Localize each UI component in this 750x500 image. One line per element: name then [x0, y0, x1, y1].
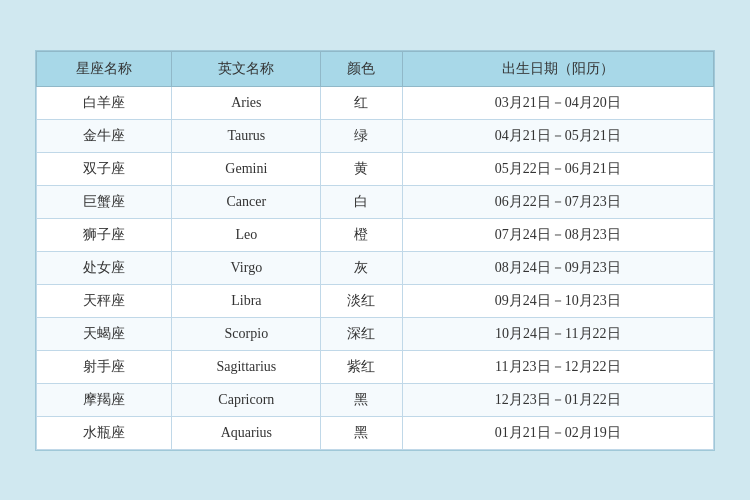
table-row: 狮子座Leo橙07月24日－08月23日 [37, 218, 714, 251]
header-date: 出生日期（阳历） [402, 51, 713, 86]
cell-date: 08月24日－09月23日 [402, 251, 713, 284]
cell-date: 01月21日－02月19日 [402, 416, 713, 449]
cell-color: 淡红 [321, 284, 402, 317]
cell-color: 深红 [321, 317, 402, 350]
cell-date: 04月21日－05月21日 [402, 119, 713, 152]
cell-date: 03月21日－04月20日 [402, 86, 713, 119]
cell-color: 绿 [321, 119, 402, 152]
cell-english: Cancer [172, 185, 321, 218]
table-row: 双子座Gemini黄05月22日－06月21日 [37, 152, 714, 185]
cell-english: Sagittarius [172, 350, 321, 383]
cell-color: 灰 [321, 251, 402, 284]
cell-color: 黑 [321, 383, 402, 416]
header-english: 英文名称 [172, 51, 321, 86]
cell-chinese: 白羊座 [37, 86, 172, 119]
cell-english: Scorpio [172, 317, 321, 350]
cell-chinese: 天蝎座 [37, 317, 172, 350]
cell-chinese: 摩羯座 [37, 383, 172, 416]
cell-english: Aquarius [172, 416, 321, 449]
cell-color: 橙 [321, 218, 402, 251]
cell-color: 黄 [321, 152, 402, 185]
table-row: 巨蟹座Cancer白06月22日－07月23日 [37, 185, 714, 218]
cell-chinese: 金牛座 [37, 119, 172, 152]
table-row: 金牛座Taurus绿04月21日－05月21日 [37, 119, 714, 152]
cell-date: 11月23日－12月22日 [402, 350, 713, 383]
cell-english: Capricorn [172, 383, 321, 416]
cell-english: Leo [172, 218, 321, 251]
cell-date: 07月24日－08月23日 [402, 218, 713, 251]
table-row: 摩羯座Capricorn黑12月23日－01月22日 [37, 383, 714, 416]
cell-date: 06月22日－07月23日 [402, 185, 713, 218]
zodiac-table: 星座名称 英文名称 颜色 出生日期（阳历） 白羊座Aries红03月21日－04… [36, 51, 714, 450]
zodiac-table-wrapper: 星座名称 英文名称 颜色 出生日期（阳历） 白羊座Aries红03月21日－04… [35, 50, 715, 451]
cell-chinese: 巨蟹座 [37, 185, 172, 218]
header-color: 颜色 [321, 51, 402, 86]
cell-color: 紫红 [321, 350, 402, 383]
table-row: 白羊座Aries红03月21日－04月20日 [37, 86, 714, 119]
cell-date: 12月23日－01月22日 [402, 383, 713, 416]
header-chinese: 星座名称 [37, 51, 172, 86]
cell-english: Gemini [172, 152, 321, 185]
cell-english: Aries [172, 86, 321, 119]
table-body: 白羊座Aries红03月21日－04月20日金牛座Taurus绿04月21日－0… [37, 86, 714, 449]
cell-date: 10月24日－11月22日 [402, 317, 713, 350]
table-row: 处女座Virgo灰08月24日－09月23日 [37, 251, 714, 284]
cell-color: 黑 [321, 416, 402, 449]
cell-date: 05月22日－06月21日 [402, 152, 713, 185]
table-header-row: 星座名称 英文名称 颜色 出生日期（阳历） [37, 51, 714, 86]
table-row: 天蝎座Scorpio深红10月24日－11月22日 [37, 317, 714, 350]
table-row: 射手座Sagittarius紫红11月23日－12月22日 [37, 350, 714, 383]
cell-color: 红 [321, 86, 402, 119]
cell-chinese: 水瓶座 [37, 416, 172, 449]
table-row: 天秤座Libra淡红09月24日－10月23日 [37, 284, 714, 317]
cell-chinese: 天秤座 [37, 284, 172, 317]
cell-chinese: 处女座 [37, 251, 172, 284]
cell-english: Virgo [172, 251, 321, 284]
cell-chinese: 射手座 [37, 350, 172, 383]
cell-chinese: 双子座 [37, 152, 172, 185]
cell-english: Libra [172, 284, 321, 317]
cell-english: Taurus [172, 119, 321, 152]
cell-chinese: 狮子座 [37, 218, 172, 251]
cell-color: 白 [321, 185, 402, 218]
cell-date: 09月24日－10月23日 [402, 284, 713, 317]
table-row: 水瓶座Aquarius黑01月21日－02月19日 [37, 416, 714, 449]
